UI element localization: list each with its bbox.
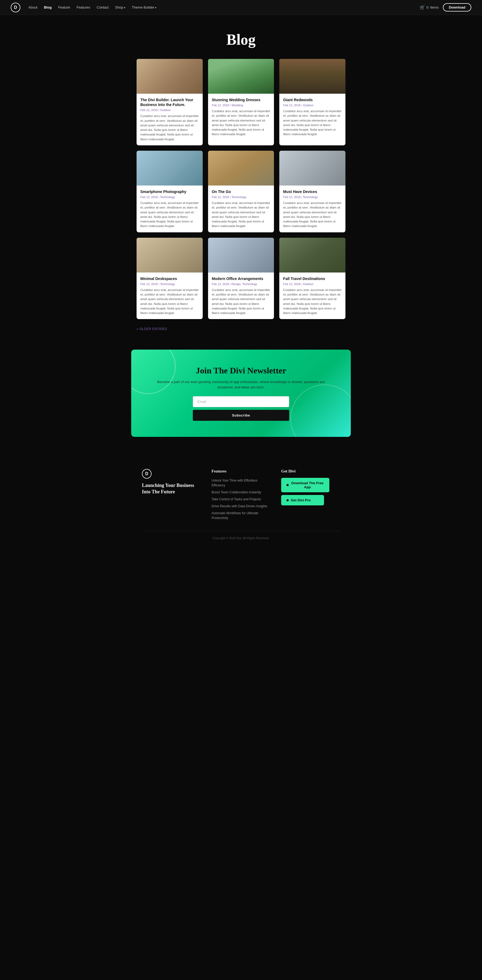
blog-card-category: Outdoor (160, 108, 171, 111)
blog-card-category: Technology (231, 196, 247, 199)
blog-card-meta: Feb 12, 2018 | Design, Technology (212, 282, 270, 286)
blog-card-meta: Feb 12, 2018 | Technology (140, 282, 199, 286)
navigation: D About Blog Feature Features Contact Sh… (0, 0, 482, 15)
blog-card[interactable]: On The Go Feb 12, 2018 | Technology Cura… (208, 151, 274, 232)
blog-card-excerpt: Curabitur arcu erat, accumsan id imperdi… (283, 288, 342, 316)
blog-card-meta: Feb 12, 2018 | Technology (140, 196, 199, 199)
blog-card-category: Wedding (231, 103, 243, 107)
footer-get-divi: Get Divi Download The Free App Get Divi … (281, 469, 340, 520)
blog-card-excerpt: Curabitur arcu erat, accumsan id imperdi… (283, 201, 342, 229)
blog-card-title: The Divi Builder. Launch Your Business I… (140, 97, 199, 107)
blog-card-meta: Feb 12, 2018 | Outdoor (140, 108, 199, 111)
footer-link-item[interactable]: Unlock Your Time with Effortless Efficie… (212, 478, 270, 487)
footer-link[interactable]: Drive Results with Data-Driven Insights (212, 504, 267, 508)
cart-count: 0 (426, 5, 428, 10)
blog-card-title: Minimal Deskspaces (140, 276, 199, 281)
nav-contact[interactable]: Contact (97, 5, 109, 10)
blog-card-date: Feb 12, 2018 (140, 282, 158, 286)
footer-logo: D (142, 469, 151, 479)
get-pro-label: Get Divi Pro (291, 498, 311, 502)
blog-card[interactable]: Fall Travel Destinations Feb 12, 2018 | … (279, 238, 345, 319)
footer-links-list: Unlock Your Time with Effortless Efficie… (212, 478, 270, 520)
blog-card[interactable]: Must Have Devices Feb 12, 2018 | Technol… (279, 151, 345, 232)
footer-link-item[interactable]: Take Control of Tasks and Projects (212, 496, 270, 501)
nav-blog[interactable]: Blog (44, 5, 52, 10)
download-button[interactable]: Download (443, 3, 471, 11)
footer-link-item[interactable]: Automate Workflows for Ultimate Producti… (212, 511, 270, 520)
page-hero: Blog (0, 15, 482, 59)
blog-card-excerpt: Curabitur arcu erat, accumsan id imperdi… (283, 109, 342, 137)
footer: D Launching Your Business Into The Futur… (131, 453, 351, 548)
footer-link-item[interactable]: Drive Results with Data-Driven Insights (212, 504, 270, 508)
footer-cta-buttons: Download The Free App Get Divi Pro (281, 478, 340, 505)
blog-card-category: Technology (160, 196, 175, 199)
footer-brand: D Launching Your Business Into The Futur… (142, 469, 201, 520)
subscribe-button[interactable]: Subscribe (193, 410, 289, 421)
blog-card-date: Feb 12, 2018 (140, 196, 158, 199)
blog-card-image (137, 59, 203, 94)
blog-card-category: Technology (160, 282, 175, 286)
footer-features: Features Unlock Your Time with Effortles… (212, 469, 270, 520)
newsletter-form: Subscribe (153, 396, 329, 421)
cart-label: Items (430, 5, 439, 10)
nav-logo[interactable]: D (11, 3, 20, 12)
footer-link[interactable]: Unlock Your Time with Effortless Efficie… (212, 479, 257, 487)
nav-features[interactable]: Features (76, 5, 90, 10)
download-app-button[interactable]: Download The Free App (281, 478, 329, 492)
blog-card-image (279, 238, 345, 272)
newsletter-title: Join The Divi Newsletter (153, 366, 329, 375)
blog-card[interactable]: Modern Office Arrangements Feb 12, 2018 … (208, 238, 274, 319)
blog-card-date: Feb 12, 2018 (212, 196, 229, 199)
footer-tagline: Launching Your Business Into The Future (142, 482, 201, 495)
blog-card[interactable]: Giant Redwoods Feb 12, 2018 | Outdoor Cu… (279, 59, 345, 145)
download-app-label: Download The Free App (291, 481, 324, 489)
nav-theme-builder[interactable]: Theme Builder (132, 5, 156, 10)
blog-card-excerpt: Curabitur arcu erat, accumsan id imperdi… (212, 109, 270, 137)
blog-card-image (208, 59, 274, 94)
older-entries: « Older Entries (131, 325, 351, 344)
footer-get-divi-title: Get Divi (281, 469, 340, 474)
blog-card-title: Fall Travel Destinations (283, 276, 342, 281)
blog-card-excerpt: Curabitur arcu erat, accumsan id imperdi… (212, 288, 270, 316)
nav-links: About Blog Feature Features Contact Shop… (29, 5, 420, 10)
email-input[interactable] (193, 396, 289, 407)
blog-card-excerpt: Curabitur arcu erat, accumsan id imperdi… (140, 114, 199, 142)
blog-card-date: Feb 12, 2018 (212, 282, 229, 286)
footer-link-item[interactable]: Boost Team Collaboration Instantly (212, 490, 270, 495)
blog-card[interactable]: Stunning Wedding Dresses Feb 12, 2018 | … (208, 59, 274, 145)
blog-card[interactable]: Smartphone Photography Feb 12, 2018 | Te… (137, 151, 203, 232)
nav-about[interactable]: About (29, 5, 38, 10)
newsletter-subtitle: Become a part of our ever-growing commun… (153, 379, 329, 390)
footer-link[interactable]: Take Control of Tasks and Projects (212, 497, 261, 501)
blog-card-meta: Feb 12, 2018 | Technology (283, 196, 342, 199)
nav-right: 🛒 0 Items Download (420, 3, 471, 11)
blog-card-title: Must Have Devices (283, 189, 342, 194)
blog-card-title: Giant Redwoods (283, 97, 342, 102)
nav-cart[interactable]: 🛒 0 Items (420, 5, 439, 10)
blog-card-title: Smartphone Photography (140, 189, 199, 194)
blog-card[interactable]: Minimal Deskspaces Feb 12, 2018 | Techno… (137, 238, 203, 319)
page-title: Blog (5, 31, 477, 48)
blog-card[interactable]: The Divi Builder. Launch Your Business I… (137, 59, 203, 145)
blog-card-title: On The Go (212, 189, 270, 194)
get-pro-dot (286, 499, 289, 501)
nav-feature[interactable]: Feature (58, 5, 70, 10)
blog-card-category: Outdoor (303, 282, 313, 286)
download-dot (286, 484, 289, 486)
footer-grid: D Launching Your Business Into The Futur… (142, 469, 340, 520)
blog-card-date: Feb 12, 2018 (212, 103, 229, 107)
blog-card-date: Feb 12, 2018 (283, 282, 301, 286)
blog-card-image (208, 151, 274, 186)
cart-icon: 🛒 (420, 5, 425, 10)
blog-card-meta: Feb 12, 2018 | Wedding (212, 103, 270, 107)
blog-card-date: Feb 12, 2018 (283, 196, 301, 199)
nav-shop[interactable]: Shop (115, 5, 125, 10)
footer-link[interactable]: Automate Workflows for Ultimate Producti… (212, 511, 258, 520)
blog-card-image (208, 238, 274, 272)
blog-card-image (137, 151, 203, 186)
blog-card-excerpt: Curabitur arcu erat, accumsan id imperdi… (212, 201, 270, 229)
footer-link[interactable]: Boost Team Collaboration Instantly (212, 490, 261, 494)
get-pro-button[interactable]: Get Divi Pro (281, 495, 324, 505)
blog-card-excerpt: Curabitur arcu erat, accumsan id imperdi… (140, 201, 199, 229)
older-entries-link[interactable]: « Older Entries (137, 327, 167, 331)
